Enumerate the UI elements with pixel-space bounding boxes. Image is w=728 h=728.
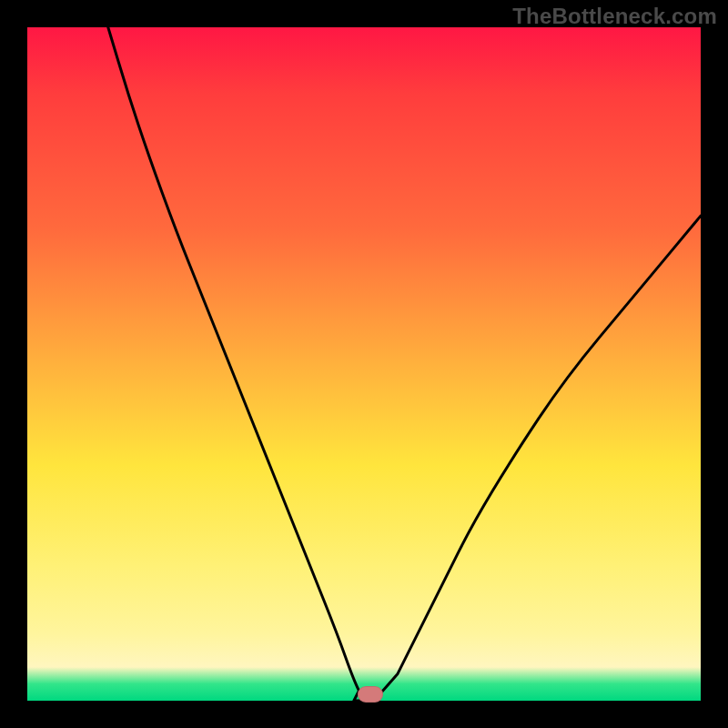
chart-frame: TheBottleneck.com [0, 0, 728, 728]
watermark-text: TheBottleneck.com [512, 4, 717, 29]
curve-svg [27, 27, 701, 701]
plot-area [27, 27, 701, 701]
bottleneck-curve [108, 27, 701, 701]
optimal-point-marker [358, 686, 383, 703]
